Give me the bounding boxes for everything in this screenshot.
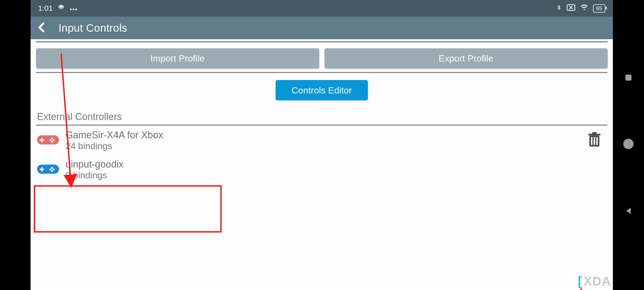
watermark: [XDA [578, 274, 611, 288]
more-icon [69, 4, 78, 13]
controller-item[interactable]: GameSir-X4A for Xbox 24 bindings [36, 126, 608, 155]
controls-editor-button[interactable]: Controls Editor [276, 80, 368, 100]
layers-icon [58, 4, 65, 13]
svg-rect-19 [40, 169, 44, 170]
svg-rect-12 [591, 137, 592, 145]
controller-item[interactable]: uinput-goodix 0 bindings [36, 155, 608, 184]
back-button[interactable] [36, 21, 48, 34]
svg-point-1 [73, 9, 74, 10]
nav-home-icon[interactable] [623, 138, 634, 151]
status-bar: 1:01 65 [31, 0, 613, 17]
svg-point-22 [50, 168, 52, 170]
svg-point-27 [627, 142, 631, 146]
svg-point-8 [51, 141, 53, 143]
controller-bindings: 24 bindings [65, 141, 163, 151]
controller-bindings: 0 bindings [65, 170, 123, 180]
svg-point-23 [53, 168, 55, 170]
nav-recent-icon[interactable] [624, 73, 633, 83]
svg-rect-13 [594, 137, 595, 145]
status-time: 1:01 [38, 4, 53, 13]
svg-point-21 [51, 170, 53, 172]
gamepad-icon [37, 134, 59, 147]
svg-point-10 [53, 139, 55, 141]
nav-back-icon[interactable] [624, 206, 633, 217]
controller-name: uinput-goodix [65, 159, 123, 170]
svg-point-20 [51, 167, 53, 169]
svg-rect-14 [596, 137, 598, 145]
wifi-icon [580, 4, 588, 13]
system-nav-rail [613, 0, 644, 290]
svg-rect-16 [592, 132, 597, 134]
annotation-highlight [34, 185, 222, 233]
import-profile-button[interactable]: Import Profile [36, 48, 319, 68]
svg-point-9 [50, 139, 52, 141]
svg-rect-25 [625, 75, 632, 81]
controller-name: GameSir-X4A for Xbox [65, 129, 163, 141]
delete-icon[interactable] [588, 132, 601, 149]
bluetooth-icon [556, 3, 562, 13]
battery-icon: 65 [593, 4, 605, 13]
export-profile-button[interactable]: Export Profile [324, 48, 608, 68]
title-bar: Input Controls [31, 17, 613, 39]
cast-icon [567, 4, 575, 13]
gamepad-icon [37, 163, 59, 176]
section-external-controllers: External Controllers [36, 111, 608, 125]
svg-point-0 [70, 9, 72, 10]
svg-point-7 [51, 137, 53, 139]
svg-rect-6 [40, 139, 44, 141]
page-title: Input Controls [58, 22, 127, 34]
svg-point-2 [75, 9, 77, 10]
